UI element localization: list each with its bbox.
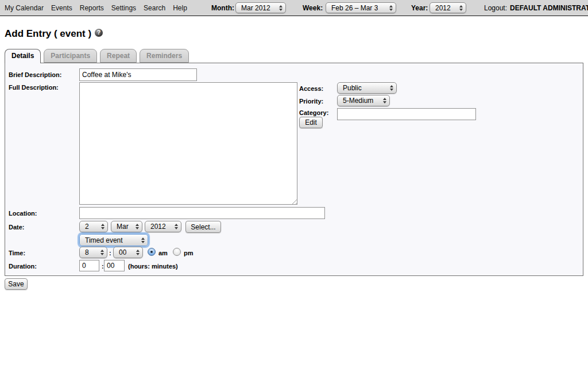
access-label: Access: bbox=[299, 85, 323, 92]
select-arrows-icon bbox=[390, 85, 393, 91]
duration-hours-input[interactable] bbox=[79, 260, 99, 271]
month-select[interactable]: Mar 2012 bbox=[235, 2, 286, 13]
date-year-select[interactable]: 2012 bbox=[145, 221, 181, 232]
select-arrows-icon bbox=[136, 224, 139, 229]
event-type-select[interactable]: Timed event bbox=[79, 234, 148, 246]
category-label: Category: bbox=[299, 109, 328, 116]
select-arrows-icon bbox=[101, 224, 105, 229]
year-label: Year: bbox=[411, 4, 428, 12]
date-select-button[interactable]: Select... bbox=[185, 221, 221, 233]
page-title: Add Entry ( event ) bbox=[5, 28, 588, 40]
pm-radio-label[interactable]: pm bbox=[184, 250, 194, 256]
time-label: Time: bbox=[9, 250, 25, 256]
full-description-label: Full Description: bbox=[9, 84, 59, 91]
time-minute-select[interactable]: 00 bbox=[113, 247, 143, 258]
main-menu: My Calendar Events Reports Settings Sear… bbox=[5, 0, 187, 16]
menu-item-my-calendar[interactable]: My Calendar bbox=[5, 4, 44, 12]
am-radio[interactable] bbox=[148, 248, 156, 256]
top-menu-bar: My Calendar Events Reports Settings Sear… bbox=[0, 0, 588, 16]
logged-in-user: DEFAULT ADMINISTRATOR bbox=[510, 4, 588, 12]
select-arrows-icon bbox=[383, 98, 386, 103]
entry-tabs: Details Participants Repeat Reminders bbox=[5, 49, 588, 63]
week-label: Week: bbox=[303, 4, 323, 12]
full-description-textarea[interactable] bbox=[79, 82, 297, 205]
logout-link[interactable]: Logout: bbox=[484, 4, 507, 12]
duration-label: Duration: bbox=[9, 263, 37, 270]
year-select[interactable]: 2012 bbox=[430, 2, 466, 13]
menu-item-reports[interactable]: Reports bbox=[80, 4, 104, 12]
select-arrows-icon bbox=[389, 5, 393, 11]
time-hour-select[interactable]: 8 bbox=[79, 247, 107, 258]
select-arrows-icon bbox=[141, 237, 145, 243]
menu-item-events[interactable]: Events bbox=[51, 4, 72, 12]
category-edit-button[interactable]: Edit bbox=[299, 117, 323, 128]
category-input[interactable] bbox=[337, 108, 476, 120]
help-icon[interactable] bbox=[95, 29, 103, 37]
menu-item-search[interactable]: Search bbox=[144, 4, 165, 12]
tab-participants[interactable]: Participants bbox=[44, 49, 97, 63]
priority-label: Priority: bbox=[299, 98, 323, 105]
save-row: Save bbox=[5, 278, 588, 290]
save-button[interactable]: Save bbox=[5, 278, 28, 290]
menu-item-settings[interactable]: Settings bbox=[111, 4, 136, 12]
tab-repeat[interactable]: Repeat bbox=[100, 49, 137, 63]
details-panel: Brief Description: Full Description: Acc… bbox=[5, 63, 583, 276]
select-arrows-icon bbox=[100, 250, 104, 255]
tab-reminders[interactable]: Reminders bbox=[140, 49, 189, 63]
am-radio-label[interactable]: am bbox=[158, 250, 168, 256]
date-day-select[interactable]: 2 bbox=[79, 221, 108, 232]
brief-description-input[interactable] bbox=[79, 68, 197, 81]
date-label: Date: bbox=[9, 224, 25, 231]
select-arrows-icon bbox=[136, 250, 140, 255]
menu-item-help[interactable]: Help bbox=[173, 4, 187, 12]
week-select[interactable]: Feb 26 – Mar 3 bbox=[326, 2, 396, 13]
select-arrows-icon bbox=[279, 5, 283, 11]
location-input[interactable] bbox=[79, 207, 325, 219]
select-arrows-icon bbox=[459, 5, 463, 11]
duration-hint: (hours: minutes) bbox=[128, 263, 178, 270]
pm-radio[interactable] bbox=[173, 248, 181, 256]
access-select[interactable]: Public bbox=[337, 82, 397, 94]
priority-select[interactable]: 5-Medium bbox=[337, 95, 390, 106]
month-label: Month: bbox=[211, 4, 234, 12]
select-arrows-icon bbox=[175, 224, 178, 229]
date-month-select[interactable]: Mar bbox=[111, 221, 142, 232]
brief-description-label: Brief Description: bbox=[9, 71, 61, 78]
location-label: Location: bbox=[9, 210, 37, 217]
duration-minutes-input[interactable] bbox=[104, 260, 125, 271]
time-colon: : bbox=[109, 250, 111, 256]
tab-details[interactable]: Details bbox=[5, 49, 41, 63]
